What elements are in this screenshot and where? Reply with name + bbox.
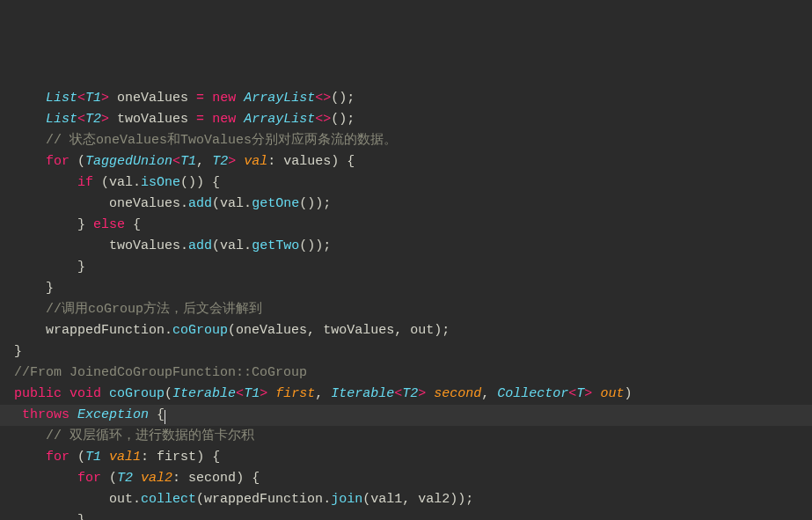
code-line[interactable]: if (val.isOne()) { <box>0 172 812 194</box>
code-line[interactable]: public void coGroup(Iterable<T1> first, … <box>0 384 812 405</box>
code-line[interactable]: List<T2> twoValues = new ArrayList<>(); <box>0 109 812 130</box>
code-line[interactable]: oneValues.add(val.getOne()); <box>0 194 812 215</box>
code-line[interactable]: //调用coGroup方法，后文会讲解到 <box>0 299 812 320</box>
code-line[interactable]: for (T2 val2: second) { <box>0 468 812 489</box>
code-line[interactable]: } <box>0 257 812 278</box>
code-line[interactable]: out.collect(wrappedFunction.join(val1, v… <box>0 489 812 510</box>
code-line[interactable]: for (TaggedUnion<T1, T2> val: values) { <box>0 151 812 172</box>
code-line[interactable]: } <box>0 278 812 299</box>
code-line[interactable]: // 状态oneValues和TwoValues分别对应两条流的数据。 <box>0 130 812 151</box>
code-line[interactable]: for (T1 val1: first) { <box>0 447 812 468</box>
code-line[interactable]: //From JoinedCoGroupFunction::CoGroup <box>0 363 812 384</box>
code-line[interactable]: throws Exception { <box>0 405 812 426</box>
code-editor[interactable]: List<T1> oneValues = new ArrayList<>(); … <box>0 88 812 520</box>
code-line[interactable]: twoValues.add(val.getTwo()); <box>0 236 812 257</box>
code-line[interactable]: } <box>0 341 812 363</box>
code-line[interactable]: // 双层循环，进行数据的笛卡尔积 <box>0 426 812 447</box>
code-line[interactable]: List<T1> oneValues = new ArrayList<>(); <box>0 88 812 109</box>
code-line[interactable]: wrappedFunction.coGroup(oneValues, twoVa… <box>0 320 812 341</box>
code-line[interactable]: } <box>0 510 812 520</box>
text-cursor <box>165 410 165 425</box>
code-line[interactable]: } else { <box>0 215 812 236</box>
